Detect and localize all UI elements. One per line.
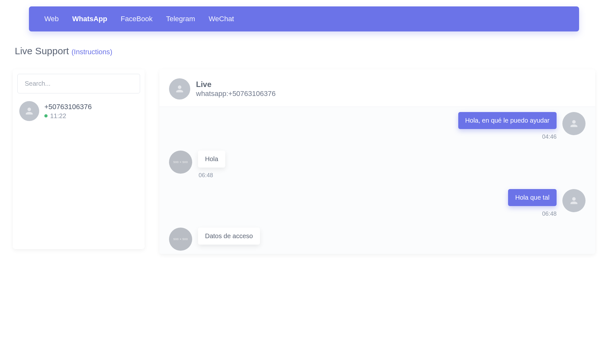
message-time: 04:46	[542, 134, 557, 140]
tab-whatsapp[interactable]: WhatsApp	[72, 15, 107, 23]
message-time: 06:48	[199, 172, 213, 179]
avatar-icon	[562, 189, 586, 212]
tab-wechat[interactable]: WeChat	[209, 15, 234, 23]
tab-telegram[interactable]: Telegram	[166, 15, 195, 23]
message-row: Hola que tal 06:48	[169, 189, 586, 217]
avatar-placeholder-icon: 500 × 500	[169, 151, 192, 174]
contact-item[interactable]: +50763106376 11:22	[17, 93, 140, 124]
search-input[interactable]	[17, 74, 140, 93]
contact-time: 11:22	[50, 112, 66, 120]
message-row: Hola, en qué le puedo ayudar 04:46	[169, 112, 586, 140]
avatar-icon	[169, 78, 190, 100]
page-title: Live Support	[15, 46, 69, 56]
avatar-icon	[562, 112, 586, 135]
chat-subtitle: whatsapp:+50763106376	[196, 90, 276, 98]
avatar-icon	[19, 101, 39, 121]
channel-tab-bar: Web WhatsApp FaceBook Telegram WeChat	[29, 6, 579, 31]
message-time: 06:48	[542, 211, 557, 217]
chat-header: Live whatsapp:+50763106376	[159, 69, 595, 107]
chat-panel: Live whatsapp:+50763106376 Hola, en qué …	[159, 69, 595, 254]
message-bubble: Datos de acceso	[198, 228, 260, 245]
page-title-row: Live Support (Instructions)	[15, 46, 595, 56]
status-online-icon	[44, 114, 48, 117]
instructions-link[interactable]: (Instructions)	[71, 48, 112, 56]
message-bubble: Hola	[198, 151, 225, 168]
tab-web[interactable]: Web	[44, 15, 59, 23]
tab-facebook[interactable]: FaceBook	[121, 15, 153, 23]
avatar-placeholder-icon: 500 × 500	[169, 228, 192, 251]
message-bubble: Hola que tal	[508, 189, 557, 206]
message-row: 500 × 500 Hola 06:48	[169, 151, 586, 179]
chat-title: Live	[196, 80, 276, 89]
contacts-panel: +50763106376 11:22	[13, 69, 145, 249]
chat-body[interactable]: Hola, en qué le puedo ayudar 04:46 500 ×…	[159, 107, 595, 254]
message-row: 500 × 500 Datos de acceso	[169, 228, 586, 251]
contact-name: +50763106376	[44, 103, 92, 111]
message-bubble: Hola, en qué le puedo ayudar	[458, 112, 557, 129]
